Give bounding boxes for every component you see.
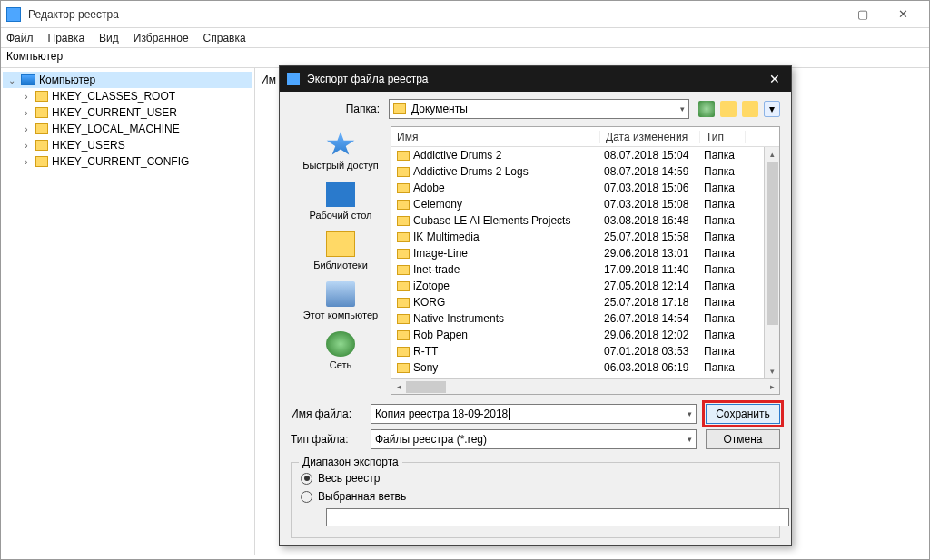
file-row[interactable]: KORG25.07.2018 17:18Папка	[391, 294, 779, 310]
expand-icon[interactable]: ›	[21, 141, 32, 151]
place-network[interactable]: Сеть	[295, 329, 386, 376]
file-date: 07.03.2018 15:08	[604, 198, 704, 211]
close-button[interactable]: ✕	[883, 2, 924, 27]
branch-input[interactable]	[326, 508, 789, 526]
radio-all[interactable]: Весь реестр	[301, 472, 770, 485]
file-date: 03.08.2018 16:48	[604, 214, 704, 227]
file-row[interactable]: IK Multimedia25.07.2018 15:58Папка	[391, 229, 779, 245]
scroll-right-icon[interactable]: ▸	[765, 379, 779, 395]
tree-item[interactable]: ›HKEY_LOCAL_MACHINE	[3, 121, 252, 137]
file-row[interactable]: Cubase LE AI Elements Projects03.08.2018…	[391, 212, 779, 229]
computer-icon	[326, 281, 355, 307]
scroll-left-icon[interactable]: ◂	[391, 379, 406, 395]
expand-icon[interactable]: ›	[21, 124, 32, 134]
maximize-button[interactable]: ▢	[842, 2, 883, 27]
file-date: 25.07.2018 15:58	[604, 231, 704, 243]
place-thispc[interactable]: Этот компьютер	[295, 280, 386, 326]
place-desktop[interactable]: Рабочий стол	[295, 180, 386, 226]
place-quickaccess[interactable]: Быстрый доступ	[295, 130, 386, 176]
filename-value: Копия реестра 18-09-2018	[375, 408, 508, 420]
menu-file[interactable]: Файл	[6, 32, 34, 44]
file-type: Папка	[704, 280, 749, 292]
folder-icon	[397, 167, 410, 177]
export-range-group: Диапазон экспорта Весь реестр Выбранная …	[291, 462, 780, 538]
file-type: Папка	[704, 198, 749, 211]
menu-help[interactable]: Справка	[203, 32, 246, 44]
menu-edit[interactable]: Правка	[48, 32, 85, 44]
new-folder-icon[interactable]	[742, 101, 758, 117]
cancel-button[interactable]: Отмена	[706, 429, 780, 449]
file-name: Addictive Drums 2 Logs	[413, 165, 604, 178]
file-row[interactable]: Image-Line29.06.2018 13:01Папка	[391, 245, 779, 261]
file-type: Папка	[704, 345, 749, 358]
file-date: 06.03.2018 06:19	[604, 361, 704, 374]
file-row[interactable]: Addictive Drums 208.07.2018 15:04Папка	[391, 147, 779, 163]
tree-item[interactable]: ›HKEY_CLASSES_ROOT	[3, 88, 252, 104]
menu-view[interactable]: Вид	[99, 32, 119, 44]
file-name: Addictive Drums 2	[413, 149, 604, 162]
file-row[interactable]: Celemony07.03.2018 15:08Папка	[391, 196, 779, 212]
column-name-partial: Им	[261, 74, 276, 86]
col-name[interactable]: Имя	[391, 131, 600, 143]
scroll-down-icon[interactable]: ▾	[765, 364, 780, 378]
tree-root[interactable]: ⌄ Компьютер	[3, 72, 252, 88]
file-name: Celemony	[413, 198, 604, 211]
col-date[interactable]: Дата изменения	[600, 131, 700, 143]
file-row[interactable]: Rob Papen29.06.2018 12:02Папка	[391, 327, 779, 343]
chevron-down-icon: ▾	[688, 435, 692, 444]
dialog-titlebar[interactable]: Экспорт файла реестра ✕	[280, 66, 791, 92]
file-type: Папка	[704, 296, 749, 309]
folder-icon	[397, 330, 410, 340]
folder-icon	[397, 265, 410, 275]
file-row[interactable]: iZotope27.05.2018 12:14Папка	[391, 278, 779, 294]
filename-input[interactable]: Копия реестра 18-09-2018 ▾	[371, 404, 697, 424]
menu-favorites[interactable]: Избранное	[134, 32, 189, 44]
col-type[interactable]: Тип	[700, 131, 746, 143]
file-type: Папка	[704, 214, 749, 227]
scroll-thumb[interactable]	[767, 162, 778, 325]
collapse-icon[interactable]: ⌄	[6, 75, 17, 85]
views-icon[interactable]: ▾	[764, 101, 780, 117]
file-row[interactable]: R-TT07.01.2018 03:53Папка	[391, 343, 779, 359]
network-icon	[326, 331, 355, 357]
file-type: Папка	[704, 165, 749, 178]
radio-branch[interactable]: Выбранная ветвь	[301, 490, 770, 503]
tree-item[interactable]: ›HKEY_CURRENT_USER	[3, 104, 252, 121]
computer-icon	[21, 74, 35, 85]
minimize-button[interactable]: —	[801, 2, 842, 27]
scroll-up-icon[interactable]: ▴	[765, 147, 780, 162]
folder-icon	[397, 232, 410, 242]
file-name: Rob Papen	[413, 329, 604, 341]
expand-icon[interactable]: ›	[21, 157, 32, 167]
file-row[interactable]: Native Instruments26.07.2018 14:54Папка	[391, 310, 779, 327]
radio-icon	[301, 491, 312, 503]
chevron-down-icon: ▾	[680, 104, 685, 113]
tree-item[interactable]: ›HKEY_CURRENT_CONFIG	[3, 153, 252, 170]
file-name: Image-Line	[413, 247, 604, 260]
filename-label: Имя файла:	[291, 408, 371, 420]
horizontal-scrollbar[interactable]: ◂ ▸	[391, 378, 779, 394]
folder-dropdown[interactable]: Документы ▾	[389, 99, 689, 119]
vertical-scrollbar[interactable]: ▴ ▾	[764, 147, 779, 378]
scroll-thumb[interactable]	[406, 381, 446, 393]
expand-icon[interactable]: ›	[21, 108, 32, 118]
export-range-legend: Диапазон экспорта	[299, 456, 402, 468]
file-row[interactable]: Addictive Drums 2 Logs08.07.2018 14:59Па…	[391, 163, 779, 180]
file-row[interactable]: Adobe07.03.2018 15:06Папка	[391, 180, 779, 196]
file-row[interactable]: Sony06.03.2018 06:19Папка	[391, 359, 779, 376]
filetype-dropdown[interactable]: Файлы реестра (*.reg) ▾	[371, 429, 697, 449]
file-date: 29.06.2018 13:01	[604, 247, 704, 260]
file-name: Adobe	[413, 182, 604, 194]
dialog-close-button[interactable]: ✕	[766, 72, 784, 86]
file-type: Папка	[704, 149, 749, 162]
back-icon[interactable]	[698, 101, 715, 117]
up-one-level-icon[interactable]	[720, 101, 737, 117]
file-type: Папка	[704, 231, 749, 243]
regedit-icon	[287, 73, 300, 85]
file-row[interactable]: Inet-trade17.09.2018 11:40Папка	[391, 261, 779, 278]
expand-icon[interactable]: ›	[21, 92, 32, 102]
place-libraries[interactable]: Библиотеки	[295, 230, 386, 276]
save-button[interactable]: Сохранить	[706, 404, 780, 424]
file-type: Папка	[704, 182, 749, 194]
tree-item[interactable]: ›HKEY_USERS	[3, 137, 252, 153]
